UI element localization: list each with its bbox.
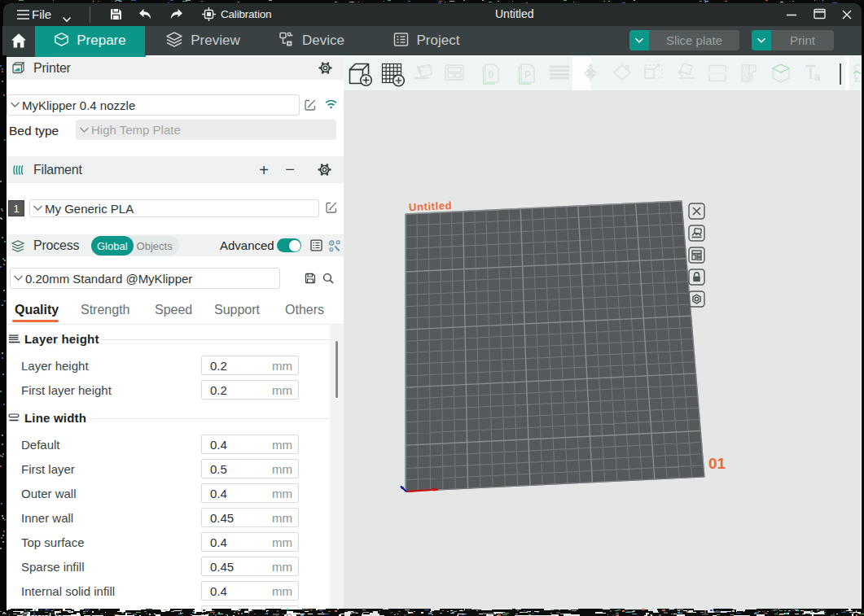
svg-text:AUTO: AUTO bbox=[421, 64, 432, 69]
svg-text:a: a bbox=[814, 71, 821, 83]
svg-text:P: P bbox=[524, 69, 531, 81]
svg-text:0: 0 bbox=[489, 69, 494, 81]
